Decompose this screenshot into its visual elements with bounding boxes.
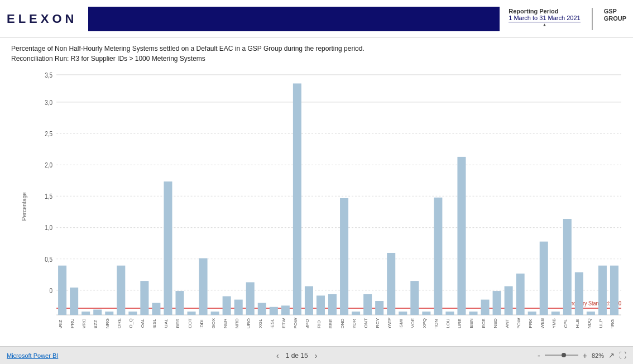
svg-rect-97 <box>516 274 525 315</box>
svg-text:DESL: DESL <box>152 318 157 328</box>
svg-text:THLE: THLE <box>575 319 579 328</box>
svg-rect-49 <box>234 300 243 315</box>
svg-text:SWEB: SWEB <box>540 318 544 328</box>
svg-rect-65 <box>328 294 337 315</box>
chart-svg: 3,5 3,0 2,5 2,0 1,5 1,0 0,5 0 Industry S… <box>31 68 624 328</box>
svg-text:RECE: RECE <box>481 318 486 328</box>
svg-rect-19 <box>58 266 66 315</box>
svg-text:COAL: COAL <box>141 318 145 328</box>
svg-text:EGOX: EGOX <box>211 318 215 328</box>
svg-rect-51 <box>246 282 255 315</box>
svg-rect-73 <box>375 301 383 315</box>
svg-rect-41 <box>188 312 196 315</box>
header-right: Reporting Period 1 March to 31 March 202… <box>509 8 626 30</box>
svg-text:CSMI: CSMI <box>399 319 404 328</box>
svg-text:PION: PION <box>434 319 439 328</box>
svg-rect-29 <box>117 266 125 315</box>
chart-container: Percentage 3,5 <box>0 66 633 346</box>
svg-text:TCPL: TCPL <box>563 319 568 328</box>
svg-text:IRID: IRID <box>317 320 322 328</box>
svg-text:0,5: 0,5 <box>45 256 52 263</box>
svg-rect-39 <box>175 291 184 315</box>
svg-rect-113 <box>610 266 618 315</box>
svg-rect-33 <box>140 281 148 315</box>
svg-text:APRU: APRU <box>70 318 75 328</box>
y-axis-label: Percentage <box>21 192 27 221</box>
footer-right: - + 82% ↗ ⛶ <box>535 351 626 360</box>
prev-page-button[interactable]: ‹ <box>274 351 281 360</box>
zoom-plus-button[interactable]: + <box>581 351 589 360</box>
svg-text:NYATP: NYATP <box>387 318 392 328</box>
reporting-period-arrow: ▲ <box>509 22 580 27</box>
svg-text:TULP: TULP <box>599 319 603 328</box>
svg-text:ARIZ: ARIZ <box>59 319 63 328</box>
svg-text:OXPQ: OXPQ <box>423 318 427 328</box>
power-bi-link[interactable]: Microsoft Power BI <box>7 352 58 359</box>
svg-text:LYDR: LYDR <box>352 319 357 328</box>
gsp-group-section: GSPGROUP <box>604 8 626 22</box>
reporting-period-section: Reporting Period 1 March to 31 March 202… <box>509 8 580 27</box>
header-divider <box>592 8 593 30</box>
header: ELEXON Reporting Period 1 March to 31 Ma… <box>0 0 633 38</box>
svg-rect-89 <box>469 312 477 315</box>
svg-text:AVRO: AVRO <box>82 319 87 328</box>
zoom-minus-button[interactable]: - <box>535 351 543 360</box>
svg-rect-85 <box>445 312 454 315</box>
svg-text:GETW: GETW <box>281 318 286 328</box>
svg-text:PURE: PURE <box>458 318 462 328</box>
svg-text:MRCY: MRCY <box>376 318 380 328</box>
page-info: 1 de 15 <box>286 352 308 360</box>
zoom-value: 82% <box>592 352 604 359</box>
share-button[interactable]: ↗ <box>608 351 615 360</box>
chart-wrapper: Percentage 3,5 <box>9 68 624 345</box>
svg-text:DUAL: DUAL <box>164 318 169 328</box>
svg-rect-71 <box>363 294 372 315</box>
chart-inner: 3,5 3,0 2,5 2,0 1,5 1,0 0,5 0 Industry S… <box>31 68 624 328</box>
footer-center: ‹ 1 de 15 › <box>274 351 319 360</box>
svg-text:2,0: 2,0 <box>45 161 52 169</box>
subtitle-line2: Reconciliation Run: R3 for Supplier IDs … <box>11 54 622 64</box>
svg-text:3,0: 3,0 <box>45 99 52 106</box>
svg-text:EDDI: EDDI <box>199 319 204 328</box>
svg-rect-107 <box>575 272 583 315</box>
svg-text:3,5: 3,5 <box>45 71 52 79</box>
svg-text:BNRG: BNRG <box>106 318 110 328</box>
fullscreen-button[interactable]: ⛶ <box>619 351 626 360</box>
svg-text:JERE: JERE <box>329 319 333 328</box>
main-container: ELEXON Reporting Period 1 March to 31 Ma… <box>0 0 633 364</box>
footer: Microsoft Power BI ‹ 1 de 15 › - + 82% ↗… <box>0 346 633 364</box>
subtitle-area: Percentage of Non Half-Hourly Metering S… <box>0 38 633 66</box>
svg-rect-101 <box>540 242 548 315</box>
svg-text:IMPO: IMPO <box>305 319 310 328</box>
svg-rect-25 <box>93 310 102 315</box>
zoom-control: - + 82% <box>535 351 604 360</box>
svg-text:0: 0 <box>49 287 52 294</box>
next-page-button[interactable]: › <box>313 351 320 360</box>
svg-text:1,5: 1,5 <box>45 193 52 200</box>
svg-rect-35 <box>152 303 160 315</box>
svg-text:QEEN: QEEN <box>469 318 474 328</box>
reporting-period-value: 1 March to 31 March 2021 <box>509 15 580 22</box>
svg-text:HPOW: HPOW <box>294 317 298 328</box>
svg-text:PLOU: PLOU <box>446 319 450 328</box>
svg-text:MONT: MONT <box>364 318 368 328</box>
svg-rect-23 <box>81 312 90 315</box>
svg-rect-55 <box>270 307 278 315</box>
logo: ELEXON <box>7 12 77 26</box>
svg-rect-67 <box>340 198 348 315</box>
svg-text:1,0: 1,0 <box>45 224 52 232</box>
svg-rect-31 <box>128 312 137 315</box>
gsp-group-label: GSPGROUP <box>604 8 626 22</box>
svg-rect-63 <box>317 295 325 315</box>
svg-text:2,5: 2,5 <box>45 130 52 137</box>
svg-text:OVOE: OVOE <box>411 318 415 328</box>
svg-rect-105 <box>563 219 572 315</box>
svg-text:VIRG: VIRG <box>611 319 615 328</box>
svg-text:EBES: EBES <box>176 319 180 328</box>
zoom-slider[interactable] <box>545 355 578 356</box>
svg-rect-43 <box>199 258 208 315</box>
subtitle-line1: Percentage of Non Half-Hourly Metering S… <box>11 44 622 54</box>
svg-text:ENER: ENER <box>223 318 227 328</box>
svg-rect-109 <box>587 312 595 315</box>
zoom-slider-thumb <box>562 353 566 357</box>
